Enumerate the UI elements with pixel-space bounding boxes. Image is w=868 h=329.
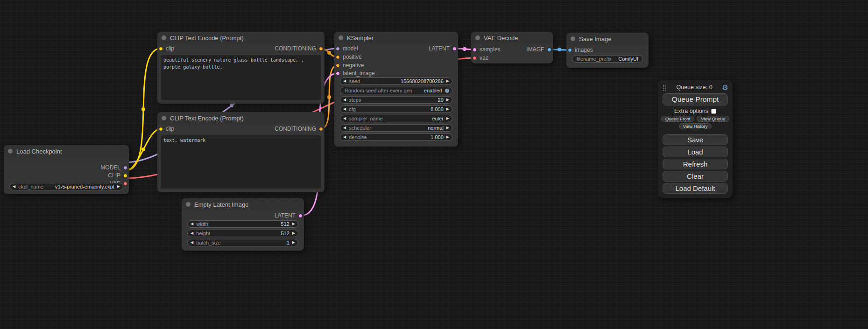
settings-gear-icon[interactable]: ⚙: [722, 84, 728, 91]
seed-widget[interactable]: ◀ seed 156680208700286 ▶: [340, 77, 452, 85]
decrement-arrow-icon[interactable]: ◀: [343, 117, 346, 120]
clip-input-dot[interactable]: [159, 47, 163, 51]
clip-output-dot[interactable]: [123, 174, 127, 178]
view-history-button[interactable]: View History: [679, 123, 712, 129]
drag-handle-icon[interactable]: ⣿: [662, 84, 667, 91]
widget-value: 156680208700286: [401, 78, 444, 84]
samples-input-dot[interactable]: [473, 48, 477, 52]
node-title-bar[interactable]: Save Image: [566, 33, 649, 45]
node-title: CLIP Text Encode (Prompt): [170, 35, 244, 42]
extra-options-label: Extra options: [674, 108, 708, 114]
node-title-bar[interactable]: CLIP Text Encode (Prompt): [157, 112, 325, 124]
denoise-widget[interactable]: ◀ denoise 1.000 ▶: [340, 133, 452, 141]
negative-input-dot[interactable]: [336, 63, 340, 68]
vae-input-dot[interactable]: [473, 56, 477, 60]
clip-input-dot[interactable]: [159, 127, 163, 131]
node-save-image[interactable]: Save Image images filename_prefix ComfyU…: [566, 33, 649, 68]
widget-value: 1: [287, 240, 289, 245]
node-title-bar[interactable]: KSampler: [334, 32, 458, 44]
decrement-arrow-icon[interactable]: ◀: [343, 126, 346, 130]
conditioning-output-dot[interactable]: [319, 127, 323, 131]
latent-image-input-dot[interactable]: [336, 71, 340, 76]
negative-prompt-input[interactable]: text, watermark: [161, 135, 321, 189]
comfyui-canvas[interactable]: { "colors": { "model": "#B39DDB", "clip"…: [0, 0, 868, 329]
node-title-bar[interactable]: Load Checkpoint: [4, 145, 129, 157]
wire-midpoint-dot: [557, 48, 561, 51]
scheduler-widget[interactable]: ◀ scheduler normal ▶: [340, 124, 452, 132]
positive-prompt-input[interactable]: beautiful scenery nature glass bottle la…: [161, 55, 321, 100]
node-empty-latent-image[interactable]: Empty Latent Image LATENT ◀ width 512 ▶ …: [182, 198, 304, 251]
node-status-dot-icon[interactable]: [339, 35, 343, 40]
increment-arrow-icon[interactable]: ▶: [446, 117, 449, 120]
sampler-name-widget[interactable]: ◀ sampler_name euler ▶: [340, 115, 452, 122]
decrement-arrow-icon[interactable]: ◀: [13, 185, 15, 189]
refresh-button[interactable]: Refresh: [663, 159, 728, 169]
queue-front-button[interactable]: Queue Front: [661, 116, 694, 122]
node-clip-text-encode-positive[interactable]: CLIP Text Encode (Prompt) clip CONDITION…: [157, 32, 325, 104]
increment-arrow-icon[interactable]: ▶: [117, 185, 120, 189]
node-status-dot-icon[interactable]: [162, 35, 166, 40]
cfg-widget[interactable]: ◀ cfg 8.000 ▶: [340, 105, 452, 113]
toggle-enabled-dot-icon[interactable]: [445, 89, 449, 93]
decrement-arrow-icon[interactable]: ◀: [343, 98, 346, 102]
node-title-bar[interactable]: Empty Latent Image: [182, 198, 304, 210]
slot-label: clip: [166, 45, 174, 52]
output-slot-clip: CLIP: [108, 172, 127, 179]
increment-arrow-icon[interactable]: ▶: [446, 126, 449, 130]
widget-name: height: [196, 231, 210, 236]
node-status-dot-icon[interactable]: [8, 149, 13, 154]
increment-arrow-icon[interactable]: ▶: [292, 222, 295, 226]
model-input-dot[interactable]: [336, 47, 340, 51]
load-button[interactable]: Load: [663, 147, 728, 157]
node-clip-text-encode-negative[interactable]: CLIP Text Encode (Prompt) clip CONDITION…: [157, 112, 325, 192]
clear-button[interactable]: Clear: [663, 171, 728, 182]
node-status-dot-icon[interactable]: [162, 116, 166, 120]
increment-arrow-icon[interactable]: ▶: [446, 79, 449, 83]
node-title-bar[interactable]: VAE Decode: [471, 32, 553, 44]
node-title-bar[interactable]: CLIP Text Encode (Prompt): [157, 32, 325, 44]
node-status-dot-icon[interactable]: [571, 36, 575, 41]
random-seed-toggle-widget[interactable]: Random seed after every gen enabled: [340, 87, 452, 94]
width-widget[interactable]: ◀ width 512 ▶: [187, 220, 298, 228]
filename-prefix-widget[interactable]: filename_prefix ComfyUI: [572, 55, 643, 63]
extra-options-checkbox[interactable]: [711, 109, 716, 114]
decrement-arrow-icon[interactable]: ◀: [343, 135, 346, 139]
steps-widget[interactable]: ◀ steps 20 ▶: [340, 96, 452, 104]
queue-panel[interactable]: ⣿ Queue size: 0 ⚙ Queue Prompt Extra opt…: [658, 80, 733, 198]
wire-midpoint-dot: [141, 147, 145, 151]
view-queue-button[interactable]: View Queue: [697, 116, 729, 122]
increment-arrow-icon[interactable]: ▶: [446, 107, 449, 111]
node-status-dot-icon[interactable]: [475, 35, 480, 40]
node-ksampler[interactable]: KSampler model positive negative latent_…: [334, 32, 458, 147]
model-output-dot[interactable]: [123, 166, 127, 170]
batch-size-widget[interactable]: ◀ batch_size 1 ▶: [187, 239, 298, 246]
queue-prompt-button[interactable]: Queue Prompt: [663, 93, 728, 105]
decrement-arrow-icon[interactable]: ◀: [343, 79, 346, 83]
load-default-button[interactable]: Load Default: [663, 183, 728, 194]
decrement-arrow-icon[interactable]: ◀: [191, 231, 193, 235]
ckpt-name-widget[interactable]: ◀ ckpt_name v1-5-pruned-emaonly.ckpt ▶: [9, 183, 123, 190]
decrement-arrow-icon[interactable]: ◀: [191, 222, 193, 226]
widget-name: scheduler: [349, 125, 371, 131]
slot-label: samples: [480, 46, 501, 53]
positive-input-dot[interactable]: [336, 55, 340, 59]
increment-arrow-icon[interactable]: ▶: [446, 135, 449, 139]
decrement-arrow-icon[interactable]: ◀: [343, 107, 346, 111]
increment-arrow-icon[interactable]: ▶: [292, 241, 295, 245]
widget-name: seed: [349, 78, 360, 84]
node-vae-decode[interactable]: VAE Decode samples vae IMAGE: [471, 32, 553, 63]
images-input-dot[interactable]: [568, 48, 572, 52]
increment-arrow-icon[interactable]: ▶: [292, 231, 295, 235]
save-button[interactable]: Save: [663, 134, 728, 145]
latent-output-dot[interactable]: [298, 214, 303, 218]
image-output-dot[interactable]: [547, 48, 551, 52]
latent-output-dot[interactable]: [452, 47, 457, 51]
decrement-arrow-icon[interactable]: ◀: [191, 241, 193, 245]
conditioning-output-dot[interactable]: [319, 47, 323, 51]
increment-arrow-icon[interactable]: ▶: [446, 98, 449, 102]
node-status-dot-icon[interactable]: [186, 202, 191, 207]
node-load-checkpoint[interactable]: Load Checkpoint MODEL CLIP VAE ◀ ckpt_na…: [4, 145, 129, 194]
vae-output-dot[interactable]: [123, 182, 127, 186]
queue-actions-row: Queue Front View Queue: [658, 116, 733, 122]
height-widget[interactable]: ◀ height 512 ▶: [187, 230, 298, 237]
